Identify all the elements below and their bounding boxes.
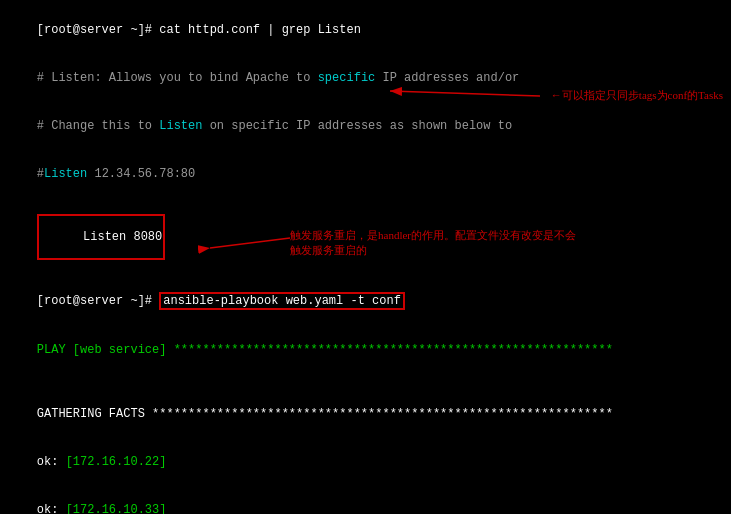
play-line: PLAY [web service] *********************… (8, 326, 723, 374)
annotation-conf-tags: ←可以指定只同步tags为conf的Tasks (551, 88, 723, 103)
terminal-window: [root@server ~]# cat httpd.conf | grep L… (0, 0, 731, 514)
listen-8080-box: Listen 8080 (37, 214, 165, 260)
ok-line-2: ok: [172.16.10.33] (8, 486, 723, 514)
ansible-cmd-line: [root@server ~]# ansible-playbook web.ya… (8, 276, 723, 326)
gathering-facts: GATHERING FACTS ************************… (8, 390, 723, 438)
ok-line-1: ok: [172.16.10.22] (8, 438, 723, 486)
command-line-1: [root@server ~]# cat httpd.conf | grep L… (8, 6, 723, 54)
annotation-handler: 触发服务重启，是handler的作用。配置文件没有改变是不会触发服务重启的 (290, 228, 576, 258)
prompt-1: [root@server ~]# cat httpd.conf | grep L… (37, 23, 361, 37)
ansible-cmd-box: ansible-playbook web.yaml -t conf (159, 292, 405, 310)
blank-1 (8, 374, 723, 390)
comment-line-2: # Change this to Listen on specific IP a… (8, 102, 723, 150)
listen-commented: #Listen 12.34.56.78:80 (8, 150, 723, 198)
